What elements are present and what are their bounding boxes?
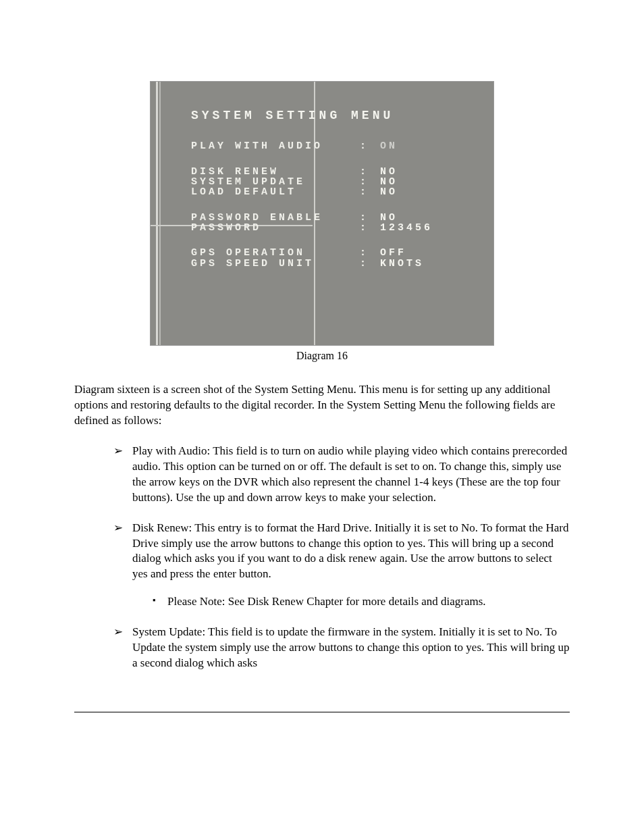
field-definition-item: System Update: This field is to update t… — [113, 625, 570, 671]
osd-colon: : — [360, 167, 380, 177]
document-page: SYSTEM SETTING MENU PLAY WITH AUDIO:ONDI… — [0, 0, 644, 766]
osd-row-label: GPS OPERATION — [191, 248, 360, 258]
osd-colon: : — [360, 177, 380, 187]
osd-row: PASSWORD ENABLE:NO — [191, 213, 466, 223]
osd-row: SYSTEM UPDATE:NO — [191, 177, 466, 187]
field-definition-item: Play with Audio: This field is to turn o… — [113, 444, 570, 506]
osd-row: PASSWORD:123456 — [191, 223, 466, 233]
osd-row-value: OFF — [380, 248, 406, 258]
osd-group: GPS OPERATION:OFFGPS SPEED UNIT:KNOTS — [191, 248, 466, 269]
field-definition-text: Play with Audio: This field is to turn o… — [132, 444, 567, 504]
osd-row-value: NO — [380, 187, 398, 197]
figure-caption: Diagram 16 — [74, 350, 570, 362]
osd-row-value: NO — [380, 167, 398, 177]
osd-row-label: PASSWORD ENABLE — [191, 213, 360, 223]
osd-colon: : — [360, 248, 380, 258]
intro-paragraph: Diagram sixteen is a screen shot of the … — [74, 382, 570, 429]
osd-row: LOAD DEFAULT:NO — [191, 187, 466, 197]
sub-note-list: Please Note: See Disk Renew Chapter for … — [153, 594, 570, 610]
field-definition-item: Disk Renew: This entry is to format the … — [113, 521, 570, 610]
footer-rule — [74, 712, 570, 712]
osd-row-value: 123456 — [380, 223, 433, 233]
osd-row: DISK RENEW:NO — [191, 167, 466, 177]
osd-group: PASSWORD ENABLE:NOPASSWORD:123456 — [191, 213, 466, 234]
osd-colon: : — [360, 141, 380, 152]
osd-row-value: NO — [380, 177, 398, 187]
osd-row: GPS SPEED UNIT:KNOTS — [191, 259, 466, 269]
field-definition-text: System Update: This field is to update t… — [132, 625, 570, 669]
field-definition-list: Play with Audio: This field is to turn o… — [113, 444, 570, 671]
sub-note-item: Please Note: See Disk Renew Chapter for … — [153, 594, 570, 610]
field-definition-text: Disk Renew: This entry is to format the … — [132, 521, 568, 581]
osd-row-label: DISK RENEW — [191, 167, 360, 177]
osd-group: PLAY WITH AUDIO:ON — [191, 141, 466, 152]
osd-row: GPS OPERATION:OFF — [191, 248, 466, 258]
osd-row-value: ON — [380, 141, 398, 152]
osd-screenshot: SYSTEM SETTING MENU PLAY WITH AUDIO:ONDI… — [150, 81, 494, 346]
osd-row-label: PASSWORD — [191, 223, 360, 233]
osd-colon: : — [360, 259, 380, 269]
osd-colon: : — [360, 223, 380, 233]
osd-row-value: NO — [380, 213, 398, 223]
osd-colon: : — [360, 213, 380, 223]
osd-row-label: PLAY WITH AUDIO — [191, 141, 360, 152]
osd-title: SYSTEM SETTING MENU — [191, 109, 466, 122]
osd-group: DISK RENEW:NOSYSTEM UPDATE:NOLOAD DEFAUL… — [191, 167, 466, 198]
osd-row-label: GPS SPEED UNIT — [191, 259, 360, 269]
osd-row: PLAY WITH AUDIO:ON — [191, 141, 466, 152]
osd-row-value: KNOTS — [380, 259, 424, 269]
osd-row-label: LOAD DEFAULT — [191, 187, 360, 197]
osd-colon: : — [360, 187, 380, 197]
screenshot-figure: SYSTEM SETTING MENU PLAY WITH AUDIO:ONDI… — [150, 81, 494, 346]
osd-row-label: SYSTEM UPDATE — [191, 177, 360, 187]
